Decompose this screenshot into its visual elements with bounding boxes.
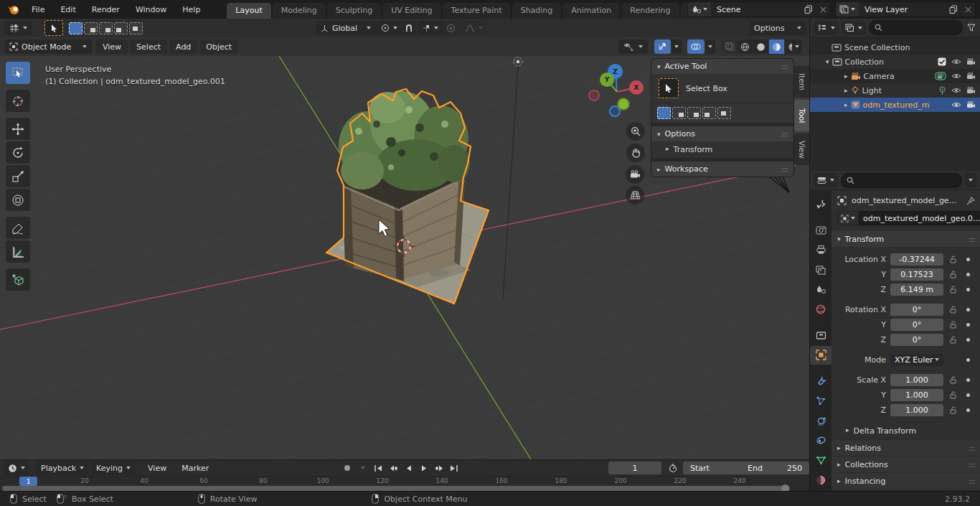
overlays-dropdown[interactable]: [705, 39, 715, 54]
shading-dropdown[interactable]: [792, 39, 802, 54]
tab-modifiers[interactable]: [810, 372, 831, 390]
show-gizmo-toggle[interactable]: [654, 39, 671, 54]
workspace-tab-modeling[interactable]: Modeling: [273, 3, 326, 19]
location-z-field[interactable]: 6.149 m: [890, 284, 943, 296]
animate-dot[interactable]: [966, 393, 970, 397]
instancing-panel[interactable]: ▸ Instancing ::::: [831, 472, 980, 489]
viewport-menu-object[interactable]: Object: [199, 39, 238, 54]
properties-search[interactable]: [841, 173, 962, 188]
outliner-filter-button[interactable]: [966, 24, 980, 32]
shading-material-preview-button[interactable]: [769, 39, 784, 54]
drag-handle-icon[interactable]: ::::: [781, 62, 788, 70]
hide-eye-icon[interactable]: [951, 87, 961, 94]
viewport-menu-view[interactable]: View: [96, 39, 128, 54]
gizmo-axis-x-neg[interactable]: [588, 90, 600, 101]
menu-window[interactable]: Window: [128, 5, 174, 14]
tab-object-data[interactable]: [810, 451, 831, 470]
select-mode-set[interactable]: [69, 22, 83, 34]
proportional-editing-toggle[interactable]: [443, 21, 458, 35]
tab-physics[interactable]: [810, 411, 831, 430]
lock-icon[interactable]: [947, 391, 960, 399]
outliner-row-scene-collection[interactable]: Scene Collection: [810, 40, 980, 55]
animate-dot[interactable]: [966, 273, 970, 276]
tool-transform[interactable]: [6, 189, 30, 211]
tab-scene[interactable]: [810, 281, 831, 299]
jump-to-end-button[interactable]: [447, 462, 461, 474]
menu-render[interactable]: Render: [84, 5, 128, 14]
scale-y-field[interactable]: 1.000: [890, 389, 943, 401]
lock-icon[interactable]: [947, 406, 960, 414]
collections-panel[interactable]: ▸ Collections ::::: [831, 456, 980, 472]
animate-dot[interactable]: [966, 308, 970, 311]
menu-file[interactable]: File: [24, 5, 52, 14]
animate-dot[interactable]: [966, 378, 970, 382]
use-preview-range-toggle[interactable]: [666, 462, 679, 474]
tab-world[interactable]: [810, 301, 831, 319]
lock-icon[interactable]: [947, 271, 960, 278]
animate-dot[interactable]: [966, 338, 970, 342]
show-overlays-toggle[interactable]: [687, 39, 705, 54]
drag-handle-icon[interactable]: ::::: [969, 477, 975, 485]
jump-to-start-button[interactable]: [372, 462, 385, 474]
expand-icon[interactable]: ▸: [844, 72, 848, 80]
rotation-y-field[interactable]: 0°: [890, 319, 943, 331]
shading-solid-button[interactable]: [753, 39, 768, 54]
camera-view-button[interactable]: [626, 165, 644, 184]
sidebar-tab-item[interactable]: Item: [794, 66, 809, 98]
current-frame-field[interactable]: 1: [608, 462, 661, 474]
auto-keying-dropdown[interactable]: [357, 462, 368, 474]
expand-icon[interactable]: ▾: [826, 58, 829, 65]
zoom-button[interactable]: [626, 122, 645, 141]
panel-mode-intersect[interactable]: [717, 107, 731, 119]
tool-select-box[interactable]: [6, 62, 30, 84]
panel-mode-extend[interactable]: [672, 107, 686, 119]
tool-measure[interactable]: [6, 240, 30, 263]
transform-panel-header[interactable]: ▾ Transform ::::: [831, 231, 980, 247]
camera-data-icon[interactable]: [935, 72, 946, 80]
new-view-layer-button[interactable]: [946, 2, 961, 17]
timeline-ruler[interactable]: 20 40 60 80 100 120 140 160 180 200 220 …: [0, 476, 809, 492]
outliner-row-odm-textured-model[interactable]: ▸ odm_textured_m: [810, 98, 980, 112]
tool-move[interactable]: [6, 118, 30, 140]
drag-handle-icon[interactable]: ::::: [781, 165, 788, 173]
relations-panel[interactable]: ▸ Relations ::::: [831, 439, 980, 456]
tool-add-cube[interactable]: [6, 268, 30, 291]
object-id-icon[interactable]: [837, 211, 859, 225]
lock-icon[interactable]: [947, 306, 960, 314]
tab-collection[interactable]: [810, 326, 831, 345]
hide-eye-icon[interactable]: [951, 72, 961, 80]
toggle-perspective-button[interactable]: [626, 186, 644, 205]
viewport-menu-select[interactable]: Select: [130, 39, 167, 54]
tab-material[interactable]: [810, 471, 831, 489]
location-x-field[interactable]: -0.37244: [890, 253, 943, 266]
disable-render-icon[interactable]: [966, 87, 976, 94]
options-panel-header[interactable]: ▾ Options ::::: [651, 126, 793, 141]
timeline-editor-type-button[interactable]: [4, 461, 29, 475]
frame-end-field[interactable]: End250: [740, 462, 809, 474]
outliner-row-light[interactable]: ▸ Light: [810, 83, 980, 98]
outliner-display-mode-dropdown[interactable]: [814, 21, 839, 35]
transform-subpanel[interactable]: ▸ Transform: [651, 141, 793, 159]
outliner-row-collection[interactable]: ▾ Collection: [810, 55, 980, 69]
tab-render[interactable]: [810, 221, 831, 240]
shading-wireframe-button[interactable]: [738, 39, 753, 54]
panel-mode-subtract[interactable]: [687, 107, 701, 119]
outliner-search[interactable]: [869, 20, 963, 35]
timeline-view-menu[interactable]: View: [141, 461, 173, 475]
expand-icon[interactable]: ▸: [844, 87, 848, 94]
view-layer-icon[interactable]: [836, 2, 859, 17]
workspace-tab-sculpting[interactable]: Sculpting: [327, 3, 381, 19]
drag-handle-icon[interactable]: ::::: [969, 461, 975, 469]
tool-scale[interactable]: [6, 165, 30, 187]
scale-z-field[interactable]: 1.000: [890, 404, 943, 416]
drag-handle-icon[interactable]: ::::: [781, 130, 788, 138]
tab-view-layer[interactable]: [810, 261, 831, 279]
scene-icon[interactable]: [688, 2, 711, 17]
disable-render-icon[interactable]: [966, 101, 976, 108]
light-data-icon[interactable]: [938, 86, 946, 95]
gizmo-dropdown[interactable]: [672, 39, 682, 54]
mode-dropdown[interactable]: Object Mode: [4, 39, 92, 54]
snap-settings-dropdown[interactable]: [418, 21, 443, 35]
play-reverse-button[interactable]: [402, 462, 415, 474]
hide-eye-icon[interactable]: [951, 101, 961, 108]
